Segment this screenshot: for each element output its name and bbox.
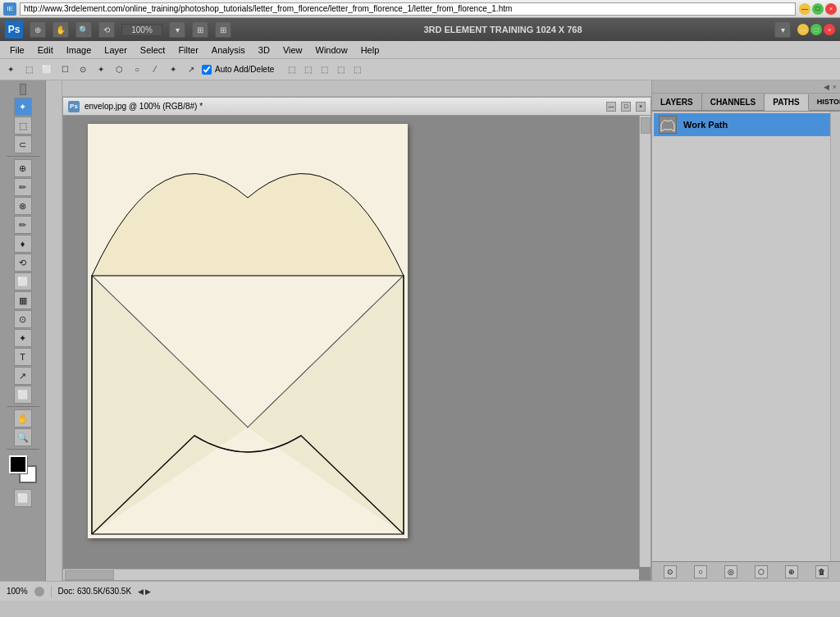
panel-close-btn[interactable]: × bbox=[833, 83, 837, 91]
pen-option-5[interactable]: ⊙ bbox=[75, 62, 90, 77]
doc-close-btn[interactable]: × bbox=[636, 102, 646, 112]
color-swatches[interactable] bbox=[9, 455, 37, 483]
scroll-bottom-thumb[interactable] bbox=[65, 570, 114, 580]
menu-select[interactable]: Select bbox=[134, 43, 172, 57]
pen-option-6[interactable]: ✦ bbox=[94, 62, 108, 77]
tab-layers[interactable]: LAYERS bbox=[652, 94, 702, 110]
pen-options-icon[interactable]: ✦ bbox=[3, 62, 18, 77]
opt-extra-2[interactable]: ⬚ bbox=[300, 62, 315, 77]
doc-ps-icon: Ps bbox=[68, 101, 80, 112]
tab-history[interactable]: HISTOR... bbox=[809, 94, 840, 110]
pen-option-7[interactable]: ⬡ bbox=[112, 62, 126, 77]
auto-add-delete-checkbox[interactable] bbox=[202, 65, 212, 75]
menu-file[interactable]: File bbox=[3, 43, 31, 57]
menu-view[interactable]: View bbox=[276, 43, 309, 57]
dodge-btn[interactable]: ⊙ bbox=[14, 310, 32, 328]
opt-extra-4[interactable]: ⬚ bbox=[333, 62, 348, 77]
panel-scrollbar[interactable] bbox=[830, 112, 840, 561]
opt-extra-5[interactable]: ⬚ bbox=[349, 62, 364, 77]
pen-tool-btn-2[interactable]: ✦ bbox=[14, 329, 32, 347]
work-path-label: Work Path bbox=[683, 120, 728, 130]
eyedropper-btn[interactable]: ✏ bbox=[14, 178, 32, 196]
pen-option-2[interactable]: ⬚ bbox=[21, 62, 36, 77]
selection-tool-btn[interactable]: ⬚ bbox=[14, 117, 32, 135]
menu-image[interactable]: Image bbox=[60, 43, 98, 57]
move-tool-header[interactable]: ⊕ bbox=[30, 21, 46, 38]
scroll-bottom[interactable] bbox=[63, 569, 639, 580]
pen-option-10[interactable]: ✦ bbox=[166, 62, 180, 77]
panel-collapse-btn[interactable]: ◀ bbox=[824, 83, 829, 91]
fill-path-btn[interactable]: ⊙ bbox=[664, 565, 677, 578]
browser-url-bar[interactable]: http://www.3rdelement.com/online_trainin… bbox=[20, 2, 796, 16]
doc-minimize-btn[interactable]: — bbox=[606, 102, 616, 112]
crop-tool-btn[interactable]: ⊕ bbox=[14, 159, 32, 177]
foreground-color-swatch[interactable] bbox=[9, 455, 27, 473]
pen-option-3[interactable]: ⬜ bbox=[39, 62, 54, 77]
make-work-path-btn[interactable]: ⬡ bbox=[755, 565, 768, 578]
menu-edit[interactable]: Edit bbox=[31, 43, 60, 57]
quick-mask-btn[interactable]: ⬜ bbox=[14, 489, 32, 507]
app-minimize-btn[interactable]: — bbox=[797, 24, 809, 35]
hand-tool-btn[interactable]: ✋ bbox=[14, 409, 32, 427]
panel-footer: ⊙ ○ ◎ ⬡ ⊕ 🗑 bbox=[652, 561, 840, 581]
menu-layer[interactable]: Layer bbox=[98, 43, 134, 57]
hand-tool-header[interactable]: ✋ bbox=[52, 21, 69, 38]
patch-tool-btn[interactable]: ⊗ bbox=[14, 197, 32, 215]
tool-separator-1 bbox=[7, 156, 39, 157]
zoom-dropdown[interactable]: ▾ bbox=[169, 21, 185, 38]
stroke-path-btn[interactable]: ○ bbox=[694, 565, 707, 578]
path-selection-btn[interactable]: ↗ bbox=[14, 367, 32, 385]
arrange-btn[interactable]: ⊞ bbox=[192, 21, 208, 38]
pen-option-9[interactable]: ⁄ bbox=[148, 62, 162, 77]
toolbar-handle[interactable] bbox=[20, 84, 26, 95]
app-maximize-btn[interactable]: □ bbox=[810, 24, 822, 35]
pen-option-8[interactable]: ○ bbox=[130, 62, 144, 77]
pen-option-arrow[interactable]: ↗ bbox=[184, 62, 199, 77]
workspace-btn[interactable]: ⊞ bbox=[215, 21, 231, 38]
rotate-header[interactable]: ⟲ bbox=[98, 21, 115, 38]
work-path-item[interactable]: Work Path bbox=[654, 113, 838, 136]
browser-close-btn[interactable]: × bbox=[825, 3, 837, 15]
nav-prev[interactable]: ◀ bbox=[138, 587, 144, 596]
menu-help[interactable]: Help bbox=[354, 43, 386, 57]
tab-channels[interactable]: CHANNELS bbox=[702, 94, 765, 110]
nav-next[interactable]: ▶ bbox=[145, 587, 151, 596]
tab-paths[interactable]: PATHS bbox=[765, 94, 808, 111]
scroll-right-thumb[interactable] bbox=[641, 117, 651, 134]
opt-extra-1[interactable]: ⬚ bbox=[284, 62, 299, 77]
title-dropdown[interactable]: ▾ bbox=[774, 21, 791, 38]
lasso-tool-btn[interactable]: ⊂ bbox=[14, 135, 32, 153]
options-bar: ✦ ⬚ ⬜ ☐ ⊙ ✦ ⬡ ○ ⁄ ✦ ↗ Auto Add/Delete ⬚ … bbox=[0, 59, 840, 80]
opt-extra-3[interactable]: ⬚ bbox=[317, 62, 331, 77]
zoom-header[interactable]: 🔍 bbox=[75, 21, 92, 38]
gradient-btn[interactable]: ▦ bbox=[14, 291, 32, 309]
clone-stamp-btn[interactable]: ♦ bbox=[14, 235, 32, 253]
browser-bar: IE http://www.3rdelement.com/online_trai… bbox=[0, 0, 840, 18]
menu-analysis[interactable]: Analysis bbox=[205, 43, 252, 57]
doc-maximize-btn[interactable]: □ bbox=[621, 102, 631, 112]
delete-path-btn[interactable]: 🗑 bbox=[815, 565, 829, 578]
pen-tool-btn[interactable]: ✦ bbox=[14, 98, 32, 116]
eraser-btn[interactable]: ⬜ bbox=[14, 272, 32, 290]
menu-3d[interactable]: 3D bbox=[252, 43, 276, 57]
new-path-btn[interactable]: ⊕ bbox=[785, 565, 798, 578]
brush-tool-btn[interactable]: ✏ bbox=[14, 216, 32, 234]
doc-content bbox=[62, 115, 651, 581]
history-brush-btn[interactable]: ⟲ bbox=[14, 254, 32, 272]
menu-window[interactable]: Window bbox=[309, 43, 354, 57]
shape-tool-btn[interactable]: ⬜ bbox=[14, 386, 32, 404]
text-tool-btn[interactable]: T bbox=[14, 348, 32, 366]
scroll-right[interactable] bbox=[639, 116, 651, 567]
panel-content: Work Path bbox=[652, 112, 840, 561]
browser-icon: IE bbox=[3, 2, 16, 16]
menu-filter[interactable]: Filter bbox=[171, 43, 204, 57]
zoom-tool-btn[interactable]: 🔍 bbox=[14, 428, 32, 446]
zoom-display[interactable]: 100% bbox=[121, 24, 162, 36]
app-title: 3RD ELEMENT TRAINING 1024 X 768 bbox=[238, 25, 768, 34]
app-close-btn[interactable]: × bbox=[824, 24, 835, 35]
browser-maximize-btn[interactable]: □ bbox=[812, 3, 824, 15]
panel-top-controls: ◀ × bbox=[652, 80, 840, 94]
load-path-btn[interactable]: ◎ bbox=[724, 565, 737, 578]
browser-minimize-btn[interactable]: — bbox=[799, 3, 810, 15]
pen-option-4[interactable]: ☐ bbox=[57, 62, 72, 77]
